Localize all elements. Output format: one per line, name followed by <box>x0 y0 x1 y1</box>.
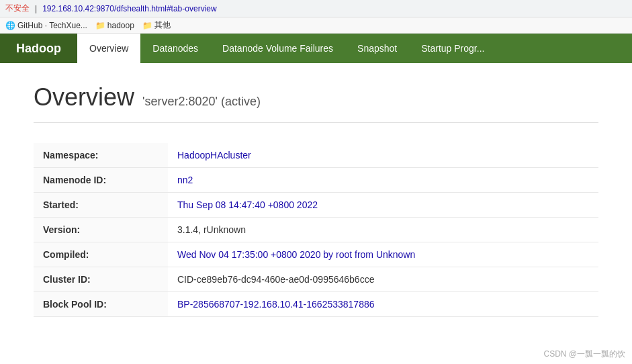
row-label: Compiled: <box>34 242 168 267</box>
main-content: Overview 'server2:8020' (active) Namespa… <box>0 63 632 337</box>
bookmark-icon-other: 📁 <box>142 21 152 30</box>
navbar: Hadoop Overview Datanodes Datanode Volum… <box>0 34 632 63</box>
page-subtitle: 'server2:8020' (active) <box>142 95 261 109</box>
bookmark-github[interactable]: 🌐 GitHub · TechXue... <box>5 21 87 30</box>
nav-datanode-volume-failures[interactable]: Datanode Volume Failures <box>210 34 345 63</box>
nav-snapshot[interactable]: Snapshot <box>345 34 409 63</box>
table-row: Version:3.1.4, rUnknown <box>34 218 598 242</box>
page-heading: Overview 'server2:8020' (active) <box>34 83 598 123</box>
row-label: Cluster ID: <box>34 267 168 292</box>
row-value[interactable]: nn2 <box>168 168 598 193</box>
browser-bar: 不安全 | 192.168.10.42:9870/dfshealth.html#… <box>0 0 632 17</box>
navbar-brand[interactable]: Hadoop <box>0 34 77 63</box>
bookmark-icon-github: 🌐 <box>5 21 15 30</box>
security-warning: 不安全 <box>5 3 30 14</box>
row-label: Started: <box>34 193 168 218</box>
info-table: Namespace:HadoopHAclusterNamenode ID:nn2… <box>34 143 598 317</box>
row-value[interactable]: Wed Nov 04 17:35:00 +0800 2020 by root f… <box>168 242 598 267</box>
bookmark-hadoop[interactable]: 📁 hadoop <box>95 21 134 30</box>
table-row: Block Pool ID:BP-285668707-192.168.10.41… <box>34 292 598 317</box>
table-row: Cluster ID:CID-ce89eb76-dc94-460e-ae0d-0… <box>34 267 598 292</box>
nav-datanodes[interactable]: Datanodes <box>140 34 210 63</box>
separator: | <box>35 4 37 13</box>
bookmark-other[interactable]: 📁 其他 <box>142 19 171 31</box>
row-value[interactable]: Thu Sep 08 14:47:40 +0800 2022 <box>168 193 598 218</box>
row-value[interactable]: HadoopHAcluster <box>168 143 598 168</box>
table-row: Namenode ID:nn2 <box>34 168 598 193</box>
row-label: Namespace: <box>34 143 168 168</box>
url-bar[interactable]: 192.168.10.42:9870/dfshealth.html#tab-ov… <box>42 4 217 13</box>
nav-startup-progress[interactable]: Startup Progr... <box>409 34 496 63</box>
row-value[interactable]: BP-285668707-192.168.10.41-1662533817886 <box>168 292 598 317</box>
bookmark-icon-hadoop: 📁 <box>95 21 105 30</box>
row-label: Block Pool ID: <box>34 292 168 317</box>
row-value: 3.1.4, rUnknown <box>168 218 598 242</box>
table-row: Namespace:HadoopHAcluster <box>34 143 598 168</box>
row-value: CID-ce89eb76-dc94-460e-ae0d-0995646b6cce <box>168 267 598 292</box>
row-label: Namenode ID: <box>34 168 168 193</box>
page-title: Overview <box>34 83 134 111</box>
nav-overview[interactable]: Overview <box>77 34 140 63</box>
table-row: Started:Thu Sep 08 14:47:40 +0800 2022 <box>34 193 598 218</box>
bookmarks-bar: 🌐 GitHub · TechXue... 📁 hadoop 📁 其他 <box>0 17 632 34</box>
table-row: Compiled:Wed Nov 04 17:35:00 +0800 2020 … <box>34 242 598 267</box>
row-label: Version: <box>34 218 168 242</box>
